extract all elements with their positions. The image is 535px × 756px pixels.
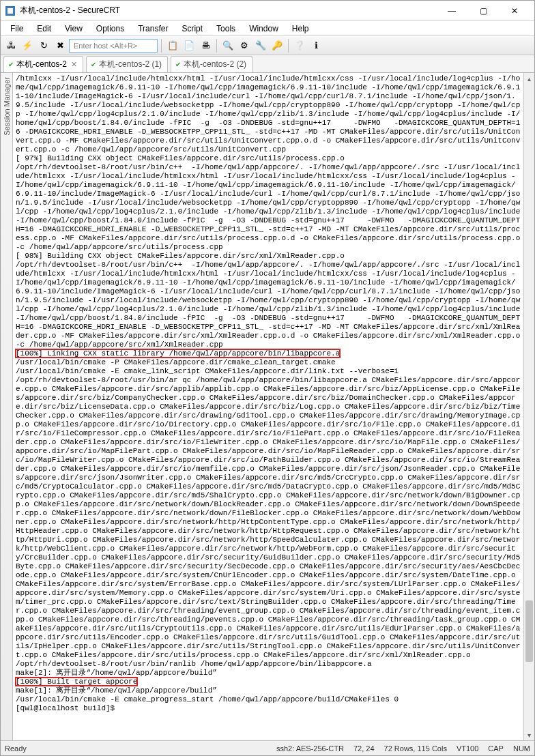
tab-label: 本机-centos-2 (2)	[184, 59, 246, 70]
titlebar: 本机-centos-2 - SecureCRT — ▢ ✕	[1, 1, 534, 21]
status-size: 72 Rows, 115 Cols	[384, 744, 447, 753]
menu-edit[interactable]: Edit	[30, 23, 58, 35]
tab-session-2[interactable]: ✔ 本机-centos-2 (2)	[171, 56, 252, 72]
app-icon	[5, 5, 16, 16]
quick-connect-icon[interactable]: ⚡	[20, 38, 35, 53]
connect-icon[interactable]: 🖧	[3, 38, 18, 53]
menu-help[interactable]: Help	[285, 23, 316, 35]
toolbar-separator	[216, 39, 217, 53]
disconnect-icon[interactable]: ✖	[53, 38, 68, 53]
properties-icon[interactable]: ⚙	[237, 38, 252, 53]
menu-options[interactable]: Options	[89, 23, 131, 35]
scroll-track[interactable]	[524, 84, 534, 729]
status-protocol: ssh2: AES-256-CTR	[276, 744, 344, 753]
toolbar-separator	[288, 39, 289, 53]
close-button[interactable]: ✕	[499, 1, 530, 21]
terminal-output[interactable]: /htmlcxx -I/usr/local/include/htmlcxx/ht…	[13, 73, 523, 740]
status-dot-icon: ✔	[8, 61, 14, 68]
terminal-highlight-built: [100%] Built target appcore	[16, 678, 137, 686]
session-manager-sidebar[interactable]: Session Manager	[1, 73, 13, 740]
main-area: Session Manager /htmlcxx -I/usr/local/in…	[1, 73, 534, 740]
scroll-up-icon[interactable]: ▴	[524, 73, 534, 84]
status-dot-icon: ✔	[91, 61, 96, 68]
reconnect-icon[interactable]: ↻	[36, 38, 51, 53]
help-icon[interactable]: ❔	[292, 38, 307, 53]
menu-script[interactable]: Script	[175, 23, 209, 35]
paste-icon[interactable]: 📄	[182, 38, 197, 53]
status-cursor: 72, 24	[353, 744, 375, 753]
menu-view[interactable]: View	[58, 23, 89, 35]
terminal-text-mid: /usr/local/bin/cmake -P CMakeFiles/appco…	[16, 358, 520, 677]
toolbar: 🖧 ⚡ ↻ ✖ Enter host <Alt+R> 📋 📄 🖶 🔍 ⚙ 🔧 🔑…	[1, 36, 534, 55]
status-bar: Ready ssh2: AES-256-CTR 72, 24 72 Rows, …	[1, 740, 534, 755]
sidebar-label: Session Manager	[3, 77, 11, 136]
print-icon[interactable]: 🖶	[198, 38, 213, 53]
tab-bar: ✔ 本机-centos-2 ✕ ✔ 本机-centos-2 (1) ✔ 本机-c…	[1, 55, 534, 73]
toolbar-separator	[161, 39, 162, 53]
minimize-button[interactable]: —	[436, 1, 467, 21]
menubar: File Edit View Options Transfer Script T…	[1, 21, 534, 36]
key-icon[interactable]: 🔑	[270, 38, 285, 53]
status-ready: Ready	[5, 744, 27, 753]
status-numlock: NUM	[513, 744, 530, 753]
copy-icon[interactable]: 📋	[165, 38, 180, 53]
tab-label: 本机-centos-2 (1)	[99, 59, 162, 70]
terminal-text-pre: /htmlcxx -I/usr/local/include/htmlcxx/ht…	[16, 74, 523, 349]
terminal-highlight-linking: [100%] Linking CXX static library /home/…	[16, 349, 340, 358]
menu-transfer[interactable]: Transfer	[131, 23, 175, 35]
status-dot-icon: ✔	[175, 61, 181, 68]
menu-tools[interactable]: Tools	[209, 23, 242, 35]
tab-session-1[interactable]: ✔ 本机-centos-2 (1)	[86, 56, 168, 72]
terminal-text-post: make[1]: 离开目录“/home/qwl/app/appcore/buil…	[16, 686, 399, 712]
svg-rect-1	[8, 8, 13, 14]
scroll-down-icon[interactable]: ▾	[524, 729, 534, 740]
find-icon[interactable]: 🔍	[220, 38, 235, 53]
window-title: 本机-centos-2 - SecureCRT	[20, 5, 436, 16]
close-tab-icon[interactable]: ✕	[71, 60, 77, 69]
terminal-scrollbar[interactable]: ▴ ▾	[523, 73, 534, 740]
status-capslock: CAP	[488, 744, 504, 753]
tab-session-0[interactable]: ✔ 本机-centos-2 ✕	[3, 56, 83, 72]
options-icon[interactable]: 🔧	[253, 38, 268, 53]
about-icon[interactable]: ℹ	[308, 38, 323, 53]
menu-file[interactable]: File	[3, 23, 30, 35]
scroll-thumb[interactable]	[525, 600, 533, 662]
status-emulation: VT100	[457, 744, 478, 753]
maximize-button[interactable]: ▢	[467, 1, 499, 21]
host-input[interactable]: Enter host <Alt+R>	[69, 39, 158, 53]
menu-window[interactable]: Window	[242, 23, 285, 35]
tab-label: 本机-centos-2	[16, 59, 67, 70]
